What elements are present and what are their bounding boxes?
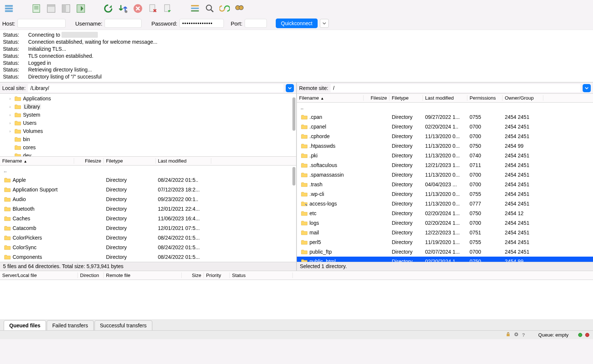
- toggle-log-icon[interactable]: [30, 2, 43, 15]
- list-item[interactable]: .cphorde Directory 11/13/2020 0... 0700 …: [297, 131, 593, 141]
- lock-icon[interactable]: [506, 332, 511, 338]
- log-line: Status:Logged in: [3, 60, 590, 67]
- port-input[interactable]: [245, 19, 267, 28]
- toggle-remote-tree-icon[interactable]: [59, 2, 73, 15]
- list-item[interactable]: Apple Directory 08/24/2022 01:5..: [0, 175, 296, 185]
- remote-site-history-dropdown[interactable]: [583, 84, 591, 92]
- list-item[interactable]: Application Support Directory 07/12/2023…: [0, 185, 296, 194]
- list-item[interactable]: ..: [297, 103, 593, 112]
- list-item[interactable]: public_html Directory 02/20/2024 1.. 075…: [297, 257, 593, 262]
- transfer-col-server[interactable]: Server/Local file: [0, 273, 78, 278]
- list-item[interactable]: ColorPickers Directory 08/24/2022 01:5..…: [0, 233, 296, 243]
- list-item[interactable]: ..: [0, 166, 296, 175]
- list-item[interactable]: etc Directory 02/20/2024 1... 0750 2454 …: [297, 208, 593, 218]
- remote-col-filetype[interactable]: Filetype: [390, 95, 423, 101]
- transfer-col-remote[interactable]: Remote file: [104, 273, 182, 278]
- tree-item[interactable]: bin: [0, 135, 296, 143]
- list-item[interactable]: Bluetooth Directory 12/01/2021 22:4...: [0, 204, 296, 214]
- gear-icon[interactable]: [514, 332, 519, 338]
- queue-tabs: Queued files Failed transfers Successful…: [0, 319, 593, 330]
- tree-item[interactable]: › System: [0, 111, 296, 119]
- list-item[interactable]: Caches Directory 11/06/2023 16:4...: [0, 214, 296, 223]
- toggle-queue-icon[interactable]: [74, 2, 87, 15]
- local-site-history-dropdown[interactable]: [286, 84, 294, 92]
- list-item[interactable]: ColorSync Directory 08/24/2022 01:5...: [0, 243, 296, 252]
- remote-col-filesize[interactable]: Filesize: [364, 95, 390, 101]
- list-item[interactable]: perl5 Directory 11/19/2020 1... 0755 245…: [297, 237, 593, 247]
- transfer-col-priority[interactable]: Priority: [204, 273, 230, 278]
- log-line: Status:Connection established, waiting f…: [3, 39, 590, 46]
- log-line: Status:Retrieving directory listing...: [3, 66, 590, 73]
- list-item[interactable]: .wp-cli Directory 11/13/2020 0... 0755 2…: [297, 189, 593, 199]
- help-icon[interactable]: ?: [522, 332, 525, 338]
- tree-item[interactable]: › Users: [0, 119, 296, 127]
- compare-icon[interactable]: [218, 2, 231, 15]
- tab-queued-files[interactable]: Queued files: [4, 320, 46, 330]
- remote-col-lastmod[interactable]: Last modified: [423, 95, 467, 101]
- list-item[interactable]: .trash Directory 04/04/2023 ... 0700 245…: [297, 180, 593, 189]
- toggle-local-tree-icon[interactable]: [44, 2, 58, 15]
- list-item[interactable]: Components Directory 08/24/2022 01:5...: [0, 252, 296, 262]
- list-item[interactable]: .htpasswds Directory 11/13/2020 0... 075…: [297, 141, 593, 151]
- tree-item[interactable]: › Volumes: [0, 127, 296, 135]
- remote-col-owner[interactable]: Owner/Group: [503, 95, 543, 101]
- transfer-header: Server/Local file Direction Remote file …: [0, 271, 593, 280]
- remote-site-path[interactable]: [331, 84, 580, 92]
- transfer-col-direction[interactable]: Direction: [78, 273, 104, 278]
- local-col-lastmod[interactable]: Last modified: [156, 158, 211, 164]
- local-col-filename[interactable]: Filename▲: [0, 158, 74, 164]
- list-item[interactable]: .cpanel Directory 02/20/2024 1.. 0700 24…: [297, 122, 593, 131]
- transfer-col-status[interactable]: Status: [230, 273, 293, 278]
- local-directory-tree[interactable]: › Applications › Library › System › User…: [0, 94, 296, 157]
- remote-file-list[interactable]: .. .cpan Directory 09/27/2022 1... 0755 …: [297, 103, 593, 262]
- search-icon[interactable]: [203, 2, 216, 15]
- quickconnect-button[interactable]: Quickconnect: [276, 19, 318, 28]
- host-input[interactable]: [17, 19, 66, 28]
- svg-point-25: [516, 334, 517, 335]
- transfer-queue: Server/Local file Direction Remote file …: [0, 271, 593, 319]
- tree-item[interactable]: › Applications: [0, 94, 296, 103]
- list-item[interactable]: .cpan Directory 09/27/2022 1... 0755 245…: [297, 112, 593, 122]
- status-bar: ? Queue: empty: [0, 330, 593, 339]
- tree-item[interactable]: cores: [0, 143, 296, 151]
- find-icon[interactable]: [233, 2, 246, 15]
- disconnect-icon[interactable]: [146, 2, 159, 15]
- main-toolbar: [0, 0, 593, 17]
- list-item[interactable]: .pki Directory 11/13/2020 0... 0740 2454…: [297, 151, 593, 160]
- list-item[interactable]: public_ftp Directory 02/07/2024 1... 070…: [297, 247, 593, 257]
- transfer-body[interactable]: [0, 280, 593, 319]
- local-file-list[interactable]: .. Apple Directory 08/24/2022 01:5.. App…: [0, 166, 296, 262]
- svg-line-20: [211, 10, 213, 12]
- list-item[interactable]: logs Directory 02/20/2024 1... 0700 2454…: [297, 218, 593, 228]
- tab-successful-transfers[interactable]: Successful transfers: [95, 320, 152, 330]
- local-col-filetype[interactable]: Filetype: [104, 158, 156, 164]
- activity-indicator-upload: [585, 333, 589, 337]
- tree-item[interactable]: dev: [0, 151, 296, 157]
- filter-icon[interactable]: [188, 2, 202, 15]
- site-manager-icon[interactable]: [2, 2, 16, 15]
- local-site-bar: Local site:: [0, 83, 296, 94]
- username-input[interactable]: [105, 19, 142, 28]
- remote-col-filename[interactable]: Filename▲: [297, 95, 364, 101]
- password-input[interactable]: [179, 19, 224, 28]
- tree-item[interactable]: › Library: [0, 103, 296, 111]
- list-item[interactable]: mail Directory 12/22/2023 1... 0751 2454…: [297, 228, 593, 237]
- list-item[interactable]: access-logs Directory 11/13/2020 0... 07…: [297, 199, 593, 208]
- svg-rect-2: [5, 10, 13, 12]
- list-item[interactable]: .softaculous Directory 12/21/2023 1... 0…: [297, 160, 593, 170]
- reconnect-icon[interactable]: [161, 2, 174, 15]
- list-item[interactable]: .spamassassin Directory 11/13/2020 0... …: [297, 170, 593, 180]
- list-item[interactable]: Catacomb Directory 12/01/2021 07:5...: [0, 223, 296, 233]
- process-queue-icon[interactable]: [116, 2, 130, 15]
- local-col-filesize[interactable]: Filesize: [74, 158, 104, 164]
- quickconnect-history-dropdown[interactable]: [320, 19, 329, 28]
- remote-col-perms[interactable]: Permissions: [467, 95, 503, 101]
- transfer-col-size[interactable]: Size: [182, 273, 204, 278]
- local-site-path[interactable]: [28, 84, 284, 92]
- local-site-label: Local site:: [2, 85, 26, 91]
- cancel-icon[interactable]: [131, 2, 145, 15]
- tab-failed-transfers[interactable]: Failed transfers: [47, 320, 93, 330]
- list-item[interactable]: Audio Directory 09/23/2022 00:1..: [0, 194, 296, 204]
- local-list-header: Filename▲ Filesize Filetype Last modifie…: [0, 157, 296, 166]
- refresh-icon[interactable]: [102, 2, 115, 15]
